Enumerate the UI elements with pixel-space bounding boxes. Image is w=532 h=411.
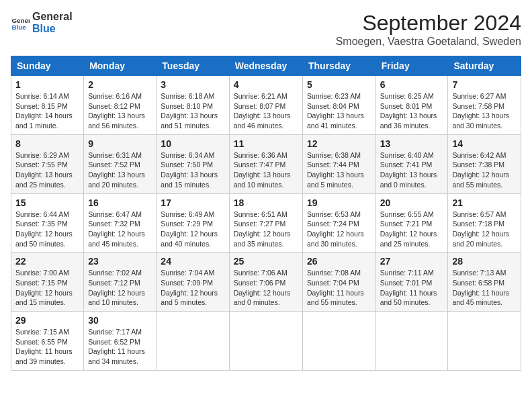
calendar-header-row: SundayMondayTuesdayWednesdayThursdayFrid… [11, 56, 521, 76]
calendar-cell: 23Sunrise: 7:02 AMSunset: 7:12 PMDayligh… [84, 253, 157, 312]
cell-info: Sunrise: 6:49 AMSunset: 7:29 PMDaylight:… [161, 210, 224, 249]
calendar-cell [448, 312, 521, 371]
weekday-header-tuesday: Tuesday [157, 56, 229, 76]
cell-info: Sunrise: 7:15 AMSunset: 6:55 PMDaylight:… [15, 327, 79, 367]
header: General Blue General Blue September 2024… [11, 11, 521, 48]
cell-info: Sunrise: 7:00 AMSunset: 7:15 PMDaylight:… [15, 268, 79, 308]
cell-info: Sunrise: 6:42 AMSunset: 7:38 PMDaylight:… [452, 150, 517, 190]
calendar-cell: 15Sunrise: 6:44 AMSunset: 7:35 PMDayligh… [11, 193, 84, 253]
logo-icon: General Blue [11, 13, 30, 32]
day-number: 1 [15, 79, 79, 90]
title-area: September 2024 Smoegen, Vaestra Goetalan… [336, 11, 521, 48]
calendar-cell: 3Sunrise: 6:18 AMSunset: 8:10 PMDaylight… [157, 76, 229, 135]
calendar-week-3: 15Sunrise: 6:44 AMSunset: 7:35 PMDayligh… [11, 193, 521, 253]
calendar-cell: 9Sunrise: 6:31 AMSunset: 7:52 PMDaylight… [84, 134, 157, 193]
calendar-cell: 24Sunrise: 7:04 AMSunset: 7:09 PMDayligh… [157, 253, 229, 312]
cell-info: Sunrise: 7:02 AMSunset: 7:12 PMDaylight:… [88, 268, 152, 308]
calendar: SundayMondayTuesdayWednesdayThursdayFrid… [11, 56, 521, 371]
cell-info: Sunrise: 7:08 AMSunset: 7:04 PMDaylight:… [307, 268, 371, 308]
cell-info: Sunrise: 7:06 AMSunset: 7:06 PMDaylight:… [234, 268, 298, 308]
cell-info: Sunrise: 6:27 AMSunset: 7:58 PMDaylight:… [452, 91, 517, 131]
calendar-cell [303, 312, 376, 371]
logo: General Blue General Blue [11, 11, 73, 34]
cell-info: Sunrise: 6:29 AMSunset: 7:55 PMDaylight:… [15, 150, 79, 190]
calendar-cell: 26Sunrise: 7:08 AMSunset: 7:04 PMDayligh… [303, 253, 376, 312]
calendar-cell: 11Sunrise: 6:36 AMSunset: 7:47 PMDayligh… [229, 134, 302, 193]
cell-info: Sunrise: 6:21 AMSunset: 8:07 PMDaylight:… [234, 91, 298, 131]
cell-info: Sunrise: 6:25 AMSunset: 8:01 PMDaylight:… [380, 91, 444, 131]
calendar-cell: 5Sunrise: 6:23 AMSunset: 8:04 PMDaylight… [303, 76, 376, 135]
day-number: 13 [380, 138, 444, 149]
calendar-body: 1Sunrise: 6:14 AMSunset: 8:15 PMDaylight… [11, 76, 521, 371]
cell-info: Sunrise: 6:51 AMSunset: 7:27 PMDaylight:… [234, 210, 298, 249]
day-number: 4 [234, 79, 298, 90]
cell-info: Sunrise: 7:11 AMSunset: 7:01 PMDaylight:… [380, 268, 444, 308]
cell-info: Sunrise: 6:16 AMSunset: 8:12 PMDaylight:… [88, 91, 152, 131]
day-number: 22 [15, 256, 79, 267]
cell-info: Sunrise: 6:34 AMSunset: 7:50 PMDaylight:… [161, 150, 224, 190]
day-number: 10 [161, 138, 224, 149]
day-number: 26 [307, 256, 371, 267]
calendar-cell: 29Sunrise: 7:15 AMSunset: 6:55 PMDayligh… [11, 312, 84, 371]
cell-info: Sunrise: 6:36 AMSunset: 7:47 PMDaylight:… [234, 150, 298, 190]
calendar-cell: 7Sunrise: 6:27 AMSunset: 7:58 PMDaylight… [448, 76, 521, 135]
main-title: September 2024 [336, 11, 521, 36]
calendar-cell: 27Sunrise: 7:11 AMSunset: 7:01 PMDayligh… [375, 253, 448, 312]
day-number: 24 [161, 256, 224, 267]
cell-info: Sunrise: 6:38 AMSunset: 7:44 PMDaylight:… [307, 150, 371, 190]
calendar-cell: 20Sunrise: 6:55 AMSunset: 7:21 PMDayligh… [375, 193, 448, 253]
cell-info: Sunrise: 6:57 AMSunset: 7:18 PMDaylight:… [452, 210, 517, 249]
calendar-cell: 1Sunrise: 6:14 AMSunset: 8:15 PMDaylight… [11, 76, 84, 135]
day-number: 5 [307, 79, 371, 90]
calendar-cell: 12Sunrise: 6:38 AMSunset: 7:44 PMDayligh… [303, 134, 376, 193]
day-number: 6 [380, 79, 444, 90]
day-number: 25 [234, 256, 298, 267]
calendar-week-2: 8Sunrise: 6:29 AMSunset: 7:55 PMDaylight… [11, 134, 521, 193]
weekday-header-saturday: Saturday [448, 56, 521, 76]
calendar-cell: 6Sunrise: 6:25 AMSunset: 8:01 PMDaylight… [375, 76, 448, 135]
cell-info: Sunrise: 7:04 AMSunset: 7:09 PMDaylight:… [161, 268, 224, 308]
day-number: 27 [380, 256, 444, 267]
day-number: 19 [307, 197, 371, 208]
calendar-week-4: 22Sunrise: 7:00 AMSunset: 7:15 PMDayligh… [11, 253, 521, 312]
logo-line1: General [32, 11, 73, 23]
calendar-cell: 19Sunrise: 6:53 AMSunset: 7:24 PMDayligh… [303, 193, 376, 253]
cell-info: Sunrise: 6:23 AMSunset: 8:04 PMDaylight:… [307, 91, 371, 131]
calendar-cell: 18Sunrise: 6:51 AMSunset: 7:27 PMDayligh… [229, 193, 302, 253]
weekday-header-monday: Monday [84, 56, 157, 76]
calendar-cell: 14Sunrise: 6:42 AMSunset: 7:38 PMDayligh… [448, 134, 521, 193]
day-number: 28 [452, 256, 517, 267]
weekday-header-thursday: Thursday [303, 56, 376, 76]
calendar-cell: 4Sunrise: 6:21 AMSunset: 8:07 PMDaylight… [229, 76, 302, 135]
day-number: 7 [452, 79, 517, 90]
day-number: 12 [307, 138, 371, 149]
day-number: 11 [234, 138, 298, 149]
calendar-cell [157, 312, 229, 371]
cell-info: Sunrise: 6:14 AMSunset: 8:15 PMDaylight:… [15, 91, 79, 131]
weekday-header-sunday: Sunday [11, 56, 84, 76]
cell-info: Sunrise: 7:13 AMSunset: 6:58 PMDaylight:… [452, 268, 517, 308]
calendar-cell: 8Sunrise: 6:29 AMSunset: 7:55 PMDaylight… [11, 134, 84, 193]
subtitle: Smoegen, Vaestra Goetaland, Sweden [336, 36, 521, 48]
day-number: 15 [15, 197, 79, 208]
calendar-cell: 21Sunrise: 6:57 AMSunset: 7:18 PMDayligh… [448, 193, 521, 253]
calendar-week-1: 1Sunrise: 6:14 AMSunset: 8:15 PMDaylight… [11, 76, 521, 135]
day-number: 3 [161, 79, 224, 90]
cell-info: Sunrise: 6:47 AMSunset: 7:32 PMDaylight:… [88, 210, 152, 249]
calendar-cell: 10Sunrise: 6:34 AMSunset: 7:50 PMDayligh… [157, 134, 229, 193]
day-number: 18 [234, 197, 298, 208]
day-number: 29 [15, 315, 79, 326]
logo-line2: Blue [32, 23, 73, 35]
day-number: 9 [88, 138, 152, 149]
day-number: 23 [88, 256, 152, 267]
cell-info: Sunrise: 6:40 AMSunset: 7:41 PMDaylight:… [380, 150, 444, 190]
day-number: 14 [452, 138, 517, 149]
calendar-cell [229, 312, 302, 371]
calendar-cell: 22Sunrise: 7:00 AMSunset: 7:15 PMDayligh… [11, 253, 84, 312]
day-number: 16 [88, 197, 152, 208]
calendar-cell [375, 312, 448, 371]
cell-info: Sunrise: 7:17 AMSunset: 6:52 PMDaylight:… [88, 327, 152, 367]
calendar-cell: 16Sunrise: 6:47 AMSunset: 7:32 PMDayligh… [84, 193, 157, 253]
calendar-cell: 17Sunrise: 6:49 AMSunset: 7:29 PMDayligh… [157, 193, 229, 253]
calendar-week-5: 29Sunrise: 7:15 AMSunset: 6:55 PMDayligh… [11, 312, 521, 371]
